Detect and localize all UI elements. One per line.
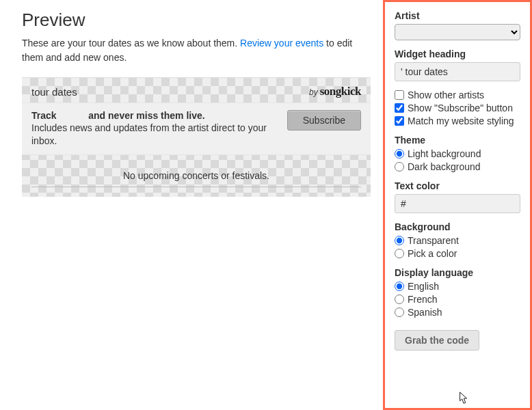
show-subscribe-label: Show "Subscribe" button [408,102,513,113]
widget-header-title: tour dates [31,86,77,98]
theme-light-label: Light background [408,148,481,159]
theme-dark-label: Dark background [408,161,481,172]
preview-title: Preview [22,10,371,31]
track-heading-after: and never miss them live. [88,110,204,121]
artist-label: Artist [395,10,520,21]
show-other-artists-label: Show other artists [408,90,484,100]
lang-en-radio[interactable] [395,282,404,291]
theme-dark-row[interactable]: Dark background [395,161,520,172]
widget-heading-input[interactable] [395,62,520,81]
lang-fr-row[interactable]: French [395,294,520,305]
artist-select[interactable] [395,24,520,40]
widget-track-heading: Track and never miss them live. [31,110,279,121]
review-events-link[interactable]: Review your events [240,38,323,49]
bg-transparent-label: Transparent [408,235,459,246]
language-label: Display language [395,267,520,278]
widget-heading-label: Widget heading [395,49,520,59]
lang-fr-label: French [408,294,438,305]
show-other-artists-checkbox[interactable] [395,90,404,100]
cursor-icon [457,392,470,405]
grab-code-button[interactable]: Grab the code [395,330,479,351]
bg-transparent-radio[interactable] [395,236,404,245]
theme-label: Theme [395,135,520,146]
no-events-text: No upcoming concerts or festivals. [22,155,371,187]
theme-dark-radio[interactable] [395,162,404,172]
lang-es-radio[interactable] [395,308,404,317]
widget-track-row: Track and never miss them live. Includes… [22,102,371,155]
bg-transparent-row[interactable]: Transparent [395,235,520,246]
settings-panel: Artist Widget heading Show other artists… [383,0,532,410]
lang-fr-radio[interactable] [395,295,404,304]
track-heading-before: Track [31,110,57,121]
widget-track-text: Track and never miss them live. Includes… [31,110,279,148]
show-other-artists-row[interactable]: Show other artists [395,90,520,100]
lang-en-row[interactable]: English [395,281,520,292]
lang-es-row[interactable]: Spanish [395,307,520,318]
bg-pick-label: Pick a color [408,248,457,259]
preview-description: These are your tour dates as we know abo… [22,36,371,65]
lang-es-label: Spanish [408,307,442,318]
match-styling-label: Match my website styling [408,115,514,126]
background-label: Background [395,221,520,232]
textcolor-label: Text color [395,180,520,191]
theme-light-radio[interactable] [395,149,404,159]
match-styling-checkbox[interactable] [395,116,404,126]
match-styling-row[interactable]: Match my website styling [395,115,520,126]
widget-brand: by songkick [309,85,361,98]
show-subscribe-row[interactable]: Show "Subscribe" button [395,102,520,113]
widget-header: tour dates by songkick [22,78,371,102]
lang-en-label: English [408,281,439,292]
bg-pick-radio[interactable] [395,249,404,258]
widget-track-sub: Includes news and updates from the artis… [31,122,279,148]
bg-pick-row[interactable]: Pick a color [395,248,520,259]
theme-light-row[interactable]: Light background [395,148,520,159]
brand-by: by [309,87,318,97]
textcolor-input[interactable] [395,194,520,213]
preview-desc-before: These are your tour dates as we know abo… [22,38,240,49]
widget-divider [31,187,361,187]
show-subscribe-checkbox[interactable] [395,103,404,113]
subscribe-button[interactable]: Subscribe [287,110,361,131]
preview-panel: Preview These are your tour dates as we … [0,0,383,410]
widget-embed: tour dates by songkick Track and never m… [22,77,371,197]
brand-logo: songkick [320,85,361,98]
